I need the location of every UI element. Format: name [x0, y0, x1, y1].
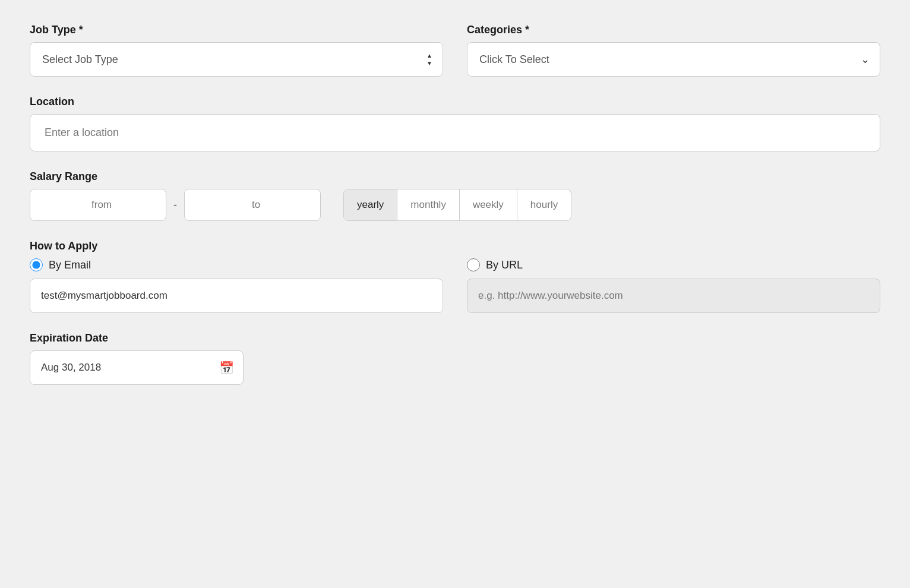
by-url-radio[interactable] [467, 258, 480, 271]
date-input-wrapper: 📅 [30, 350, 244, 385]
period-weekly-button[interactable]: weekly [460, 189, 517, 220]
apply-row: By Email By URL [30, 258, 880, 313]
by-email-label-text: By Email [49, 259, 91, 271]
email-apply-input[interactable] [30, 279, 443, 313]
categories-select-wrapper: Click To Select ⌄ [467, 42, 880, 77]
salary-dash: - [171, 199, 179, 211]
by-email-radio[interactable] [30, 258, 43, 271]
salary-range-label: Salary Range [30, 170, 880, 183]
period-monthly-button[interactable]: monthly [397, 189, 460, 220]
apply-email-col: By Email [30, 258, 443, 313]
salary-to-input[interactable] [185, 189, 321, 220]
how-to-apply-section: How to Apply By Email By URL [30, 240, 880, 313]
how-to-apply-label: How to Apply [30, 240, 880, 252]
period-yearly-button[interactable]: yearly [344, 189, 397, 220]
job-type-select[interactable]: Select Job Type Full Time Part Time Free… [30, 42, 443, 77]
job-type-categories-section: Job Type * Select Job Type Full Time Par… [30, 24, 880, 77]
expiration-date-section: Expiration Date 📅 [30, 332, 880, 385]
location-section: Location [30, 96, 880, 151]
location-label: Location [30, 96, 880, 108]
categories-col: Categories * Click To Select ⌄ [467, 24, 880, 77]
job-type-label: Job Type * [30, 24, 443, 36]
by-email-radio-label[interactable]: By Email [30, 258, 443, 271]
salary-from-group: $ [30, 189, 166, 221]
by-url-label-text: By URL [486, 259, 523, 271]
salary-from-input[interactable] [30, 189, 166, 220]
period-hourly-button[interactable]: hourly [517, 189, 571, 220]
expiration-date-input[interactable] [30, 350, 244, 385]
salary-period-group: yearly monthly weekly hourly [343, 189, 571, 221]
job-type-col: Job Type * Select Job Type Full Time Par… [30, 24, 443, 77]
salary-range-section: Salary Range $ - $ yearly monthly weekly… [30, 170, 880, 221]
categories-label: Categories * [467, 24, 880, 36]
location-input[interactable] [30, 114, 880, 151]
by-url-radio-label[interactable]: By URL [467, 258, 880, 271]
expiration-date-label: Expiration Date [30, 332, 880, 344]
url-apply-input[interactable] [467, 279, 880, 313]
categories-select[interactable]: Click To Select [467, 42, 880, 77]
apply-url-col: By URL [467, 258, 880, 313]
salary-to-group: $ [184, 189, 321, 221]
job-type-select-wrapper: Select Job Type Full Time Part Time Free… [30, 42, 443, 77]
salary-row: $ - $ yearly monthly weekly hourly [30, 189, 880, 221]
